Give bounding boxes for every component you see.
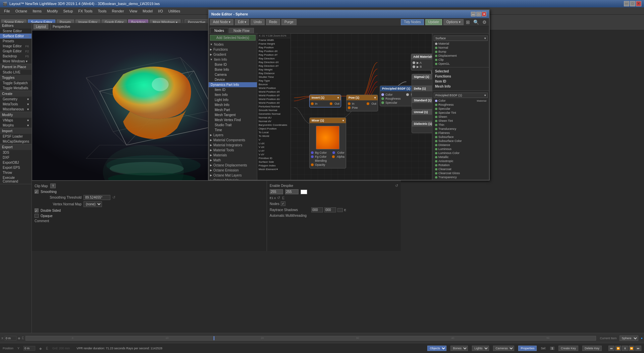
props-e1-reset[interactable]: ↺ — [277, 196, 280, 200]
ne-surface-dropdown[interactable]: Surface ▾ — [434, 36, 488, 41]
node-group-material-integrators[interactable]: ▶ Material Integrators — [209, 143, 257, 148]
menu-modify[interactable]: Modify — [44, 8, 60, 14]
props-double-sided-checkbox[interactable] — [35, 208, 39, 212]
node-sigma2[interactable]: Sigma2 (1) ▾ Material ◯ — [412, 74, 432, 86]
sidebar-section-editors-title[interactable]: Editors — [0, 23, 32, 29]
node-item-mesh-info[interactable]: Mesh Info — [209, 102, 257, 107]
timeline-track[interactable]: 01020304050 — [25, 336, 596, 341]
sidebar-import-title[interactable]: Import — [0, 128, 32, 134]
timeline-x-key-icon[interactable]: ◆ — [18, 336, 20, 340]
ne-add-node-btn[interactable]: Add Node ▾ — [210, 19, 233, 25]
sidebar-item-morphs[interactable]: Morphs ▾ — [0, 123, 32, 128]
node-group-math[interactable]: ▶ Math — [209, 158, 257, 163]
status-y-key[interactable]: ◆ — [39, 347, 42, 350]
node-group-materials[interactable]: ▶ Materials — [209, 153, 257, 158]
node-item-bone-info[interactable]: Bone Info — [209, 67, 257, 72]
props-vertex-normal-select[interactable]: (none) — [84, 201, 102, 207]
menu-octane[interactable]: Octane — [13, 8, 30, 14]
sidebar-item-throw[interactable]: Throw — [0, 170, 32, 175]
status-y-input[interactable] — [23, 346, 35, 351]
menu-view[interactable]: View — [127, 8, 140, 14]
node-item-dynamics-part-info[interactable]: Dynamics Part Info — [209, 82, 257, 87]
properties-btn[interactable]: Properties — [518, 346, 537, 351]
sidebar-toggles-title[interactable]: Parent in Place — [0, 64, 32, 70]
node-group-nodes-header[interactable]: ▼ Nodes — [209, 42, 257, 47]
props-despike-reset[interactable]: ↺ — [395, 184, 398, 188]
node-group-octane-displacements[interactable]: ▶ Octane Displacements — [209, 163, 257, 168]
node-add-materials[interactable]: Add Materials (1) ▾ ▶ A Material ▶ B — [411, 54, 432, 70]
lights-select[interactable]: Lights — [472, 346, 489, 351]
node-unreal[interactable]: Unreal (1) ▾ Material ◯ — [412, 109, 432, 121]
sidebar-item-miscellaneous[interactable]: Miscellaneous ▾ — [0, 107, 32, 112]
minimize-btn[interactable]: — — [624, 1, 629, 6]
props-smooth-reset-icon[interactable]: ↺ — [112, 195, 115, 200]
node-group-material-tools[interactable]: ▶ Material Tools — [209, 148, 257, 153]
props-raytrace-val1[interactable] — [311, 207, 323, 212]
ne-principled-dropdown[interactable]: Principled BSDF (1) ▾ — [434, 93, 488, 98]
sidebar-item-epsf[interactable]: EPSF Loader — [0, 134, 32, 139]
play-pause-btn[interactable]: ⏸ — [622, 346, 628, 351]
play-end-btn[interactable]: ⏭ — [635, 346, 641, 351]
node-group-material-components[interactable]: ▶ Material Components — [209, 138, 257, 143]
sidebar-item-image-editor[interactable]: Image Editor F6 — [0, 44, 32, 49]
sidebar-item-geometry[interactable]: Geometry ▾ — [0, 97, 32, 102]
ne-edit-btn[interactable]: Edit ▾ — [235, 19, 249, 25]
play-prev-btn[interactable]: ⏪ — [615, 346, 621, 351]
sidebar-item-studio-live[interactable]: Studio LIVE — [0, 70, 32, 75]
props-clip-map-btn[interactable]: T — [50, 184, 56, 188]
ne-zoom-fit-icon[interactable]: ⊞ — [465, 19, 471, 25]
cameras-select[interactable]: Cameras — [493, 346, 514, 351]
objects-select[interactable]: Objects — [427, 346, 446, 351]
props-nodes-checkbox[interactable]: ✓ — [281, 201, 285, 206]
ne-maximize-btn[interactable]: □ — [476, 12, 481, 16]
maximize-btn[interactable]: □ — [630, 1, 635, 6]
sidebar-item-surface-editor[interactable]: Surface Editor F5 — [0, 34, 32, 39]
node-group-item-info[interactable]: ▼ Item Info — [209, 57, 257, 62]
ne-tab-nodes[interactable]: Nodes — [210, 28, 228, 33]
node-dielectric[interactable]: Dielectric (1) ▾ Material ◯ — [412, 121, 432, 133]
ne-update-btn[interactable]: Update — [425, 19, 442, 25]
sidebar-item-presets[interactable]: Presets — [0, 39, 32, 44]
node-group-functions[interactable]: ▶ Functions — [209, 47, 257, 52]
bones-select[interactable]: Bones — [450, 346, 468, 351]
node-item-item-info[interactable]: Item Info — [209, 92, 257, 97]
ne-settings-icon[interactable]: ⚙ — [481, 19, 488, 25]
props-color-swatch[interactable] — [301, 190, 307, 194]
node-item-camera[interactable]: Camera — [209, 72, 257, 77]
current-item-select[interactable]: Sphere — [620, 336, 638, 341]
props-raytrace-color[interactable] — [337, 208, 343, 212]
timeline-x-e-icon[interactable]: E — [22, 336, 24, 340]
node-pow[interactable]: Pow (1) ▾ In Out Pow — [346, 95, 378, 111]
ne-purge-btn[interactable]: Purge — [281, 19, 297, 25]
node-item-bone-id[interactable]: Bone ID — [209, 62, 257, 67]
node-group-gradient[interactable]: ▶ Gradient — [209, 52, 257, 57]
node-standard[interactable]: Standard (1) ▾ Material ◯ — [412, 97, 432, 110]
node-mixer[interactable]: Mixer (1) ▾ Bg Color Color Fg Color — [309, 117, 346, 168]
menu-setup[interactable]: Setup — [61, 8, 76, 14]
node-group-octane-mat-layers[interactable]: ▶ Octane Mat Layers — [209, 173, 257, 178]
node-item-mesh-vertex-find[interactable]: Mesh Vertex Find — [209, 117, 257, 122]
node-invert[interactable]: Invert (1) ▾ In Out — [309, 95, 341, 107]
sidebar-item-scene-editor[interactable]: Scene Editor — [0, 29, 32, 34]
props-raytrace-e[interactable]: E — [344, 208, 346, 212]
sidebar-modify-title[interactable]: Modify — [0, 112, 32, 118]
node-item-device[interactable]: Device — [209, 77, 257, 82]
node-item-mesh-tangent[interactable]: Mesh Tangent — [209, 112, 257, 117]
sidebar-item-mocap[interactable]: MoCapSkelegons — [0, 139, 32, 144]
menu-tools[interactable]: Tools — [95, 8, 109, 14]
props-e1-e-icon[interactable]: E — [282, 196, 284, 200]
menu-model[interactable]: Model — [140, 8, 155, 14]
ne-tab-node-flow[interactable]: Node Flow — [229, 28, 254, 33]
add-selected-node-btn[interactable]: Add Selected Node(s) — [210, 35, 256, 41]
menu-items[interactable]: Items — [30, 8, 44, 14]
play-next-btn[interactable]: ⏩ — [629, 346, 635, 351]
sidebar-export-title[interactable]: Export — [0, 144, 32, 150]
sidebar-item-dxf[interactable]: DXF — [0, 155, 32, 160]
menu-file[interactable]: File — [1, 8, 13, 14]
props-val-255-2[interactable] — [285, 189, 299, 194]
ne-redo-btn[interactable]: Redo — [266, 19, 280, 25]
sidebar-item-more-windows[interactable]: More Windows ▾ — [0, 59, 32, 64]
menu-io[interactable]: I/O — [155, 8, 166, 14]
sidebar-create-title[interactable]: Create — [0, 91, 32, 97]
node-item-mesh-part[interactable]: Mesh Part — [209, 107, 257, 112]
